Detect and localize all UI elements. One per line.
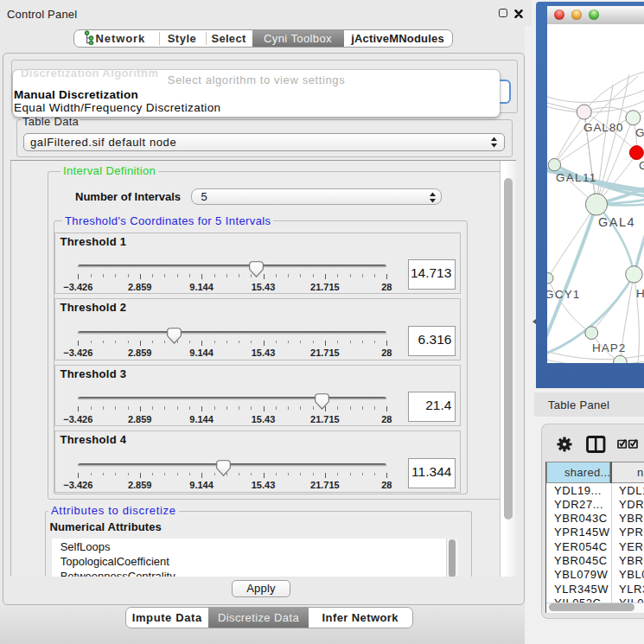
svg-text:G: G (639, 159, 644, 172)
svg-text:GAL80: GAL80 (583, 121, 624, 134)
svg-text:H: H (636, 287, 644, 300)
svg-text:GAL11: GAL11 (556, 171, 597, 184)
svg-text:GCY1: GCY1 (547, 288, 581, 301)
svg-text:GAL4: GAL4 (598, 215, 635, 229)
svg-text:HAP2: HAP2 (592, 341, 626, 354)
svg-text:GA: GA (635, 126, 644, 139)
